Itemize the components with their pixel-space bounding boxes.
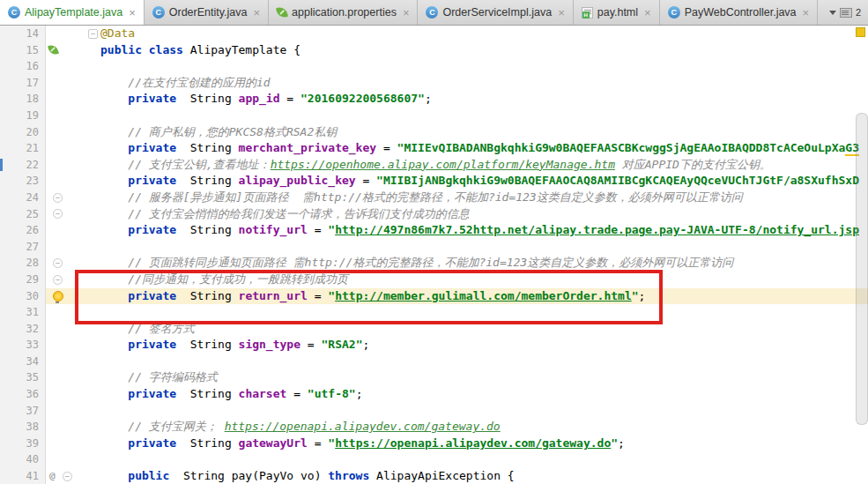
- line-number[interactable]: 29: [0, 272, 46, 288]
- line-number[interactable]: 21: [0, 140, 46, 157]
- tab-OrderServiceImpl-java[interactable]: COrderServiceImpl.java×: [418, 0, 573, 25]
- warning-stripe-mark[interactable]: [856, 27, 865, 37]
- code-line[interactable]: 31: [0, 304, 868, 321]
- tab-options[interactable]: 2: [822, 0, 868, 25]
- code-line[interactable]: 20 // 商户私钥，您的PKCS8格式RSA2私钥: [0, 124, 868, 141]
- code-text[interactable]: @Data: [100, 26, 868, 42]
- code-text[interactable]: [100, 58, 868, 75]
- code-line[interactable]: 27: [0, 239, 868, 256]
- line-number[interactable]: 19: [0, 108, 46, 124]
- tab-pay-html[interactable]: pay.html×: [574, 0, 660, 25]
- fold-icon[interactable]: −: [53, 209, 63, 219]
- code-text[interactable]: [100, 403, 868, 420]
- code-text[interactable]: // 支付宝公钥,查看地址：https://openhome.alipay.co…: [100, 157, 868, 174]
- code-text[interactable]: //在支付宝创建的应用的id: [100, 75, 868, 92]
- line-number[interactable]: 40: [0, 451, 46, 468]
- code-text[interactable]: // 签名方式: [100, 321, 868, 338]
- fold-icon[interactable]: −: [88, 29, 98, 39]
- line-number[interactable]: 26: [0, 222, 46, 239]
- line-number[interactable]: 31: [0, 304, 46, 321]
- line-number[interactable]: 15: [0, 42, 46, 59]
- code-line[interactable]: 17 //在支付宝创建的应用的id: [0, 75, 868, 92]
- code-line[interactable]: 30 private String return_url = "http://m…: [0, 288, 868, 305]
- code-text[interactable]: [100, 239, 868, 256]
- code-text[interactable]: // 支付宝会悄悄的给我们发送一个请求，告诉我们支付成功的信息: [100, 206, 868, 223]
- code-text[interactable]: // 支付宝网关； https://openapi.alipaydev.com/…: [100, 419, 868, 436]
- close-icon[interactable]: ×: [644, 7, 651, 19]
- line-number[interactable]: 35: [0, 369, 46, 386]
- line-number[interactable]: 32: [0, 321, 46, 338]
- code-text[interactable]: private String app_id = "201609220056860…: [100, 91, 868, 108]
- code-line[interactable]: 37: [0, 403, 868, 420]
- code-line[interactable]: 26 private String notify_url = "http://4…: [0, 222, 868, 239]
- code-text[interactable]: private String merchant_private_key = "M…: [100, 140, 868, 157]
- code-editor[interactable]: 14−@Data15public class AlipayTemplate {1…: [0, 26, 868, 484]
- tab-PayWebController-java[interactable]: CPayWebController.java×: [660, 0, 819, 25]
- line-number[interactable]: 23: [0, 173, 46, 190]
- tab-AlipayTemplate-java[interactable]: CAlipayTemplate.java×: [0, 0, 145, 25]
- vertical-scrollbar[interactable]: [856, 113, 868, 425]
- line-number[interactable]: 38: [0, 419, 46, 436]
- close-icon[interactable]: ×: [253, 7, 260, 19]
- line-number[interactable]: 20: [0, 124, 46, 141]
- code-text[interactable]: private String charset = "utf-8";: [100, 386, 868, 403]
- code-line[interactable]: 14−@Data: [0, 26, 868, 42]
- code-text[interactable]: // 页面跳转同步通知页面路径 需http://格式的完整路径，不能加?id=1…: [100, 255, 868, 272]
- code-text[interactable]: public String pay(PayVo vo) throws Alipa…: [100, 468, 868, 484]
- line-number[interactable]: 14: [0, 26, 46, 42]
- line-number[interactable]: 27: [0, 239, 46, 256]
- code-text[interactable]: // 商户私钥，您的PKCS8格式RSA2私钥: [100, 124, 868, 141]
- code-line[interactable]: 33 private String sign_type = "RSA2";: [0, 337, 868, 354]
- code-text[interactable]: private String gatewayUrl = "https://ope…: [100, 436, 868, 452]
- fold-icon[interactable]: −: [53, 193, 63, 203]
- code-line[interactable]: 18 private String app_id = "201609220056…: [0, 91, 868, 108]
- line-number[interactable]: 28: [0, 255, 46, 272]
- fold-icon[interactable]: −: [53, 275, 63, 285]
- code-text[interactable]: // 服务器[异步通知]页面路径 需http://格式的完整路径，不能加?id=…: [100, 190, 868, 206]
- tab-list-icon[interactable]: [840, 8, 852, 18]
- chevron-down-icon[interactable]: [829, 11, 836, 15]
- tab-OrderEntity-java[interactable]: COrderEntity.java×: [145, 0, 269, 25]
- close-icon[interactable]: ×: [803, 7, 810, 19]
- line-number[interactable]: 17: [0, 75, 46, 92]
- line-number[interactable]: 33: [0, 337, 46, 354]
- tab-application-properties[interactable]: application.properties×: [269, 0, 418, 25]
- code-line[interactable]: 19: [0, 108, 868, 124]
- code-line[interactable]: 36 private String charset = "utf-8";: [0, 386, 868, 403]
- code-line[interactable]: 25− // 支付宝会悄悄的给我们发送一个请求，告诉我们支付成功的信息: [0, 206, 868, 223]
- fold-icon[interactable]: −: [53, 258, 63, 268]
- code-text[interactable]: private String return_url = "http://memb…: [100, 288, 868, 305]
- fold-icon[interactable]: −: [63, 472, 72, 481]
- line-number[interactable]: 24: [0, 190, 46, 206]
- code-line[interactable]: 38 // 支付宝网关； https://openapi.alipaydev.c…: [0, 419, 868, 436]
- code-line[interactable]: 39 private String gatewayUrl = "https://…: [0, 436, 868, 452]
- code-line[interactable]: 24− // 服务器[异步通知]页面路径 需http://格式的完整路径，不能加…: [0, 190, 868, 206]
- line-number[interactable]: 41: [0, 468, 46, 484]
- code-line[interactable]: 23 private String alipay_public_key = "M…: [0, 173, 868, 190]
- line-number[interactable]: 18: [0, 91, 46, 108]
- code-line[interactable]: 22 // 支付宝公钥,查看地址：https://openhome.alipay…: [0, 157, 868, 174]
- line-number[interactable]: 37: [0, 403, 46, 420]
- line-number[interactable]: 36: [0, 386, 46, 403]
- line-number[interactable]: 30: [0, 288, 46, 305]
- code-line[interactable]: 34: [0, 354, 868, 370]
- code-text[interactable]: [100, 354, 868, 370]
- code-line[interactable]: 28− // 页面跳转同步通知页面路径 需http://格式的完整路径，不能加?…: [0, 255, 868, 272]
- code-line[interactable]: 35 // 字符编码格式: [0, 369, 868, 386]
- code-text[interactable]: [100, 304, 868, 321]
- code-text[interactable]: // 字符编码格式: [100, 369, 868, 386]
- code-line[interactable]: 15public class AlipayTemplate {: [0, 42, 868, 59]
- spring-bean-icon[interactable]: [48, 45, 59, 56]
- code-text[interactable]: private String alipay_public_key = "MIIB…: [100, 173, 868, 190]
- code-line[interactable]: 32 // 签名方式: [0, 321, 868, 338]
- code-text[interactable]: //同步通知，支付成功，一般跳转到成功页: [100, 272, 868, 288]
- code-text[interactable]: [100, 451, 868, 468]
- code-text[interactable]: private String notify_url = "http://497n…: [100, 222, 868, 239]
- code-text[interactable]: public class AlipayTemplate {: [100, 42, 868, 59]
- code-text[interactable]: private String sign_type = "RSA2";: [100, 337, 868, 354]
- close-icon[interactable]: ×: [558, 7, 565, 19]
- close-icon[interactable]: ×: [403, 7, 410, 19]
- line-number[interactable]: 25: [0, 206, 46, 223]
- code-line[interactable]: 41@− public String pay(PayVo vo) throws …: [0, 468, 868, 484]
- code-text[interactable]: [100, 108, 868, 124]
